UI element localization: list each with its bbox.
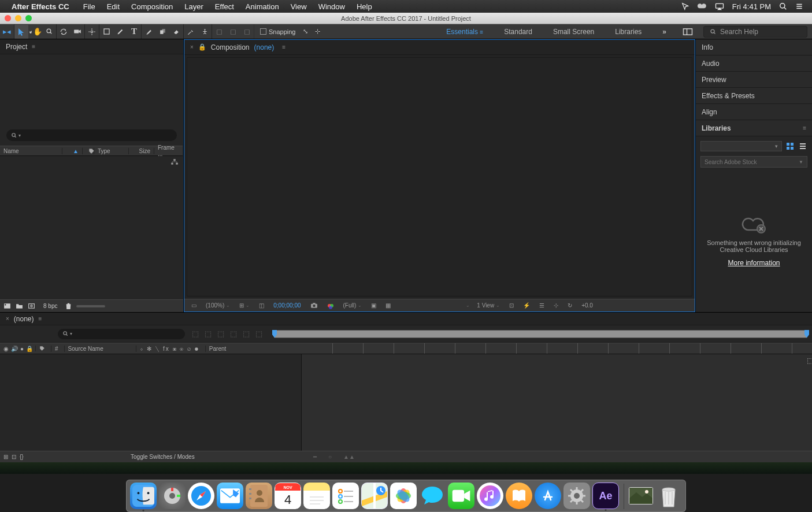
menu-window[interactable]: Window bbox=[313, 2, 351, 11]
comp-flowchart-icon[interactable]: ⊹ bbox=[551, 302, 561, 309]
composition-viewer[interactable] bbox=[187, 57, 692, 296]
workspace-standard[interactable]: Standard bbox=[494, 28, 543, 36]
trash-icon[interactable] bbox=[65, 302, 72, 310]
view-dropdown[interactable]: 1 View ⌄ bbox=[474, 302, 502, 309]
pen-tool[interactable] bbox=[113, 25, 127, 39]
resolution-icon[interactable]: ⊞ ⌄ bbox=[237, 302, 252, 309]
timeline-panel-menu-icon[interactable]: ≡ bbox=[39, 316, 42, 322]
dock-launchpad[interactable] bbox=[159, 483, 186, 509]
project-tab[interactable]: Project bbox=[6, 43, 27, 51]
type-tool[interactable]: T bbox=[127, 25, 141, 39]
dock-preferences[interactable] bbox=[563, 483, 590, 509]
sort-indicator-icon[interactable]: ▲ bbox=[69, 148, 83, 154]
menu-animation[interactable]: Animation bbox=[240, 2, 285, 11]
menu-layer[interactable]: Layer bbox=[179, 2, 209, 11]
spotlight-icon[interactable] bbox=[775, 2, 791, 10]
dock-ibooks[interactable] bbox=[506, 483, 532, 509]
switches-cols[interactable]: ⬨ ✻ ╲ fx ▣ ◉ ⊘ ⬣ bbox=[136, 346, 203, 352]
roi-icon[interactable]: ▣ bbox=[369, 302, 379, 309]
eye-icon[interactable]: ◉ bbox=[3, 346, 9, 352]
tl-footer-icon-2[interactable]: ⊡ bbox=[12, 454, 16, 460]
hand-tool[interactable]: ✋ bbox=[28, 25, 42, 39]
brush-tool[interactable] bbox=[142, 25, 155, 39]
time-ruler[interactable] bbox=[302, 343, 812, 354]
close-window-button[interactable] bbox=[5, 15, 11, 21]
minimize-window-button[interactable] bbox=[15, 15, 21, 21]
col-label-icon[interactable] bbox=[85, 148, 94, 154]
clock[interactable]: Fri 4:41 PM bbox=[728, 2, 775, 11]
col-size[interactable]: Size bbox=[129, 148, 154, 154]
col-parent[interactable]: Parent bbox=[205, 346, 257, 352]
zoom-in-icon[interactable]: ▲▲ bbox=[343, 454, 355, 460]
menu-help[interactable]: Help bbox=[351, 2, 378, 11]
channel-icon[interactable] bbox=[325, 302, 336, 309]
dock-contacts[interactable] bbox=[246, 483, 272, 509]
timecode[interactable]: 0;00;00;00 bbox=[271, 302, 303, 309]
tl-footer-icon-1[interactable]: ⊞ bbox=[3, 454, 8, 460]
label-col-icon[interactable] bbox=[35, 346, 49, 351]
cursor-icon[interactable] bbox=[677, 2, 694, 10]
dock-after-effects[interactable]: Ae bbox=[592, 483, 619, 509]
zoom-out-icon[interactable]: ━ bbox=[313, 454, 317, 460]
timeline-tab[interactable]: (none) bbox=[14, 315, 34, 323]
col-name[interactable]: Name bbox=[0, 148, 62, 154]
search-help-input[interactable]: Search Help bbox=[703, 26, 807, 38]
timeline-tracks-area[interactable]: ⬚ bbox=[302, 354, 812, 451]
dock-finder[interactable] bbox=[130, 483, 157, 509]
panel-align[interactable]: Align bbox=[696, 104, 812, 120]
dock-safari[interactable] bbox=[188, 483, 214, 509]
exposure-reset-icon[interactable]: ↻ bbox=[565, 302, 574, 309]
dock-maps[interactable] bbox=[361, 483, 388, 509]
comp-icon[interactable] bbox=[28, 303, 35, 309]
snapshot-icon[interactable] bbox=[308, 302, 320, 309]
zoom-slider[interactable]: ○ bbox=[328, 454, 332, 460]
dock-trash[interactable] bbox=[655, 483, 682, 509]
workspace-essentials[interactable]: Essentials ≡ bbox=[436, 28, 494, 36]
col-source[interactable]: Source Name bbox=[64, 346, 134, 352]
menu-edit[interactable]: Edit bbox=[101, 2, 125, 11]
menu-list-icon[interactable] bbox=[791, 2, 807, 10]
fast-preview-icon[interactable]: ⚡ bbox=[521, 302, 532, 309]
panel-audio[interactable]: Audio bbox=[696, 55, 812, 72]
cc-icon[interactable] bbox=[694, 3, 711, 10]
app-name[interactable]: After Effects CC bbox=[12, 2, 77, 11]
workspace-libraries[interactable]: Libraries bbox=[605, 28, 652, 36]
exposure-value[interactable]: +0.0 bbox=[579, 302, 595, 309]
timeline-layers-area[interactable] bbox=[0, 354, 302, 451]
shy-icon[interactable]: ⬚ bbox=[205, 329, 212, 338]
dock-appstore[interactable] bbox=[535, 483, 561, 509]
eraser-tool[interactable] bbox=[169, 25, 183, 39]
motion-blur-icon[interactable]: ⬚ bbox=[230, 329, 237, 338]
always-preview-icon[interactable]: ▭ bbox=[189, 302, 199, 309]
airplay-icon[interactable] bbox=[711, 3, 728, 10]
library-dropdown[interactable]: ▾ bbox=[700, 141, 782, 151]
dock-downloads[interactable] bbox=[629, 487, 653, 504]
resolution-dropdown[interactable]: (Full) ⌄ bbox=[341, 302, 365, 309]
panel-info[interactable]: Info bbox=[696, 39, 812, 55]
camera-tool[interactable] bbox=[71, 25, 84, 39]
project-panel-menu-icon[interactable]: ≡ bbox=[32, 43, 35, 50]
timeline-icon[interactable]: ☰ bbox=[537, 302, 547, 309]
frame-blend-icon[interactable]: ⬚ bbox=[217, 329, 224, 338]
pan-behind-tool[interactable] bbox=[85, 25, 99, 39]
more-information-link[interactable]: More information bbox=[728, 259, 780, 267]
timeline-search-input[interactable]: ▾ bbox=[58, 329, 185, 339]
comp-tab-close-icon[interactable]: × bbox=[190, 44, 194, 50]
timeline-tab-close-icon[interactable]: × bbox=[6, 316, 9, 322]
library-search-input[interactable]: Search Adobe Stock ▼ bbox=[700, 156, 807, 168]
menu-composition[interactable]: Composition bbox=[125, 2, 179, 11]
menu-effect[interactable]: Effect bbox=[209, 2, 240, 11]
lock-icon[interactable]: 🔒 bbox=[198, 43, 206, 51]
speaker-icon[interactable]: 🔊 bbox=[11, 346, 18, 352]
col-num[interactable]: # bbox=[51, 346, 62, 352]
zoom-tool[interactable] bbox=[42, 25, 56, 39]
graph-editor-icon[interactable]: ⬚ bbox=[243, 329, 250, 338]
comp-panel-menu-icon[interactable]: ≡ bbox=[282, 44, 286, 50]
timeline-navigator[interactable] bbox=[274, 330, 807, 338]
dock-reminders[interactable] bbox=[332, 483, 359, 509]
workspace-small[interactable]: Small Screen bbox=[543, 28, 605, 36]
lock-column-icon[interactable]: 🔒 bbox=[26, 346, 33, 352]
dock-messages[interactable] bbox=[419, 483, 446, 509]
dock-calendar[interactable]: NOV4 bbox=[275, 483, 301, 509]
solo-icon[interactable]: ● bbox=[20, 346, 24, 352]
